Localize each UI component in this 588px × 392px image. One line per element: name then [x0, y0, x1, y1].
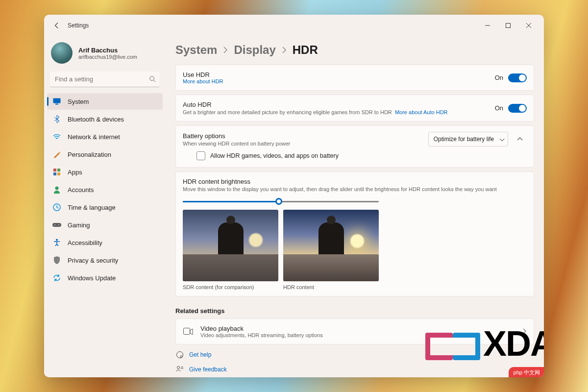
- sidebar-item-accounts[interactable]: Accounts: [47, 181, 163, 198]
- get-help-row: Get help: [175, 350, 534, 359]
- give-feedback-row: Give feedback: [175, 365, 534, 374]
- sidebar-item-label: System: [68, 98, 89, 105]
- slider-fill: [183, 201, 279, 202]
- sidebar-item-apps[interactable]: Apps: [47, 164, 163, 180]
- battery-select[interactable]: Optimize for battery life: [428, 132, 508, 147]
- avatar: [51, 42, 73, 64]
- privacy-icon: [52, 255, 62, 265]
- sidebar-item-personalization[interactable]: Personalization: [47, 146, 163, 163]
- sdr-preview: SDR content (for comparison): [183, 210, 278, 290]
- app-name: Settings: [68, 22, 89, 29]
- use-hdr-switch[interactable]: [508, 74, 527, 82]
- profile-block[interactable]: Arif Bacchus arifbacchus19@live.com: [44, 39, 166, 72]
- auto-hdr-card: Auto HDR Get a brighter and more detaile…: [175, 95, 534, 122]
- use-hdr-state: On: [495, 74, 503, 81]
- battery-collapse-button[interactable]: [513, 132, 527, 146]
- hdr-preview-image: [283, 210, 379, 281]
- maximize-button[interactable]: [498, 18, 518, 33]
- time-icon: [52, 202, 62, 212]
- sidebar-item-network[interactable]: Network & internet: [47, 128, 163, 145]
- video-playback-item[interactable]: Video playback Video adjustments, HDR st…: [175, 318, 534, 344]
- main-panel[interactable]: System Display HDR Use HDR More about HD…: [166, 36, 544, 377]
- auto-hdr-link[interactable]: More about Auto HDR: [395, 109, 448, 115]
- sidebar-item-system[interactable]: System: [47, 93, 163, 110]
- chevron-up-icon: [517, 136, 523, 142]
- sidebar-item-label: Network & internet: [68, 133, 120, 141]
- video-playback-title: Video playback: [200, 325, 323, 332]
- battery-sub: When viewing HDR content on battery powe…: [183, 141, 428, 147]
- svg-rect-5: [57, 169, 60, 172]
- video-playback-sub: Video adjustments, HDR streaming, batter…: [200, 332, 323, 338]
- window-controls: [477, 18, 539, 33]
- profile-email: arifbacchus19@live.com: [78, 54, 137, 60]
- sidebar-item-label: Bluetooth & devices: [68, 116, 124, 123]
- video-icon: [183, 326, 194, 337]
- battery-checkbox[interactable]: [196, 151, 205, 160]
- get-help-link[interactable]: Get help: [189, 351, 211, 358]
- svg-rect-10: [52, 223, 61, 227]
- svg-point-11: [54, 224, 55, 225]
- settings-window: Settings Arif Bacchus arifbacchus19@live…: [44, 15, 544, 377]
- content-area: Arif Bacchus arifbacchus19@live.com Syst…: [44, 36, 544, 377]
- help-icon: [175, 350, 184, 359]
- hdr-preview: HDR content: [283, 210, 379, 290]
- chevron-right-icon: [523, 327, 527, 336]
- sidebar-item-label: Accounts: [68, 186, 94, 194]
- battery-check-label: Allow HDR games, videos, and apps on bat…: [210, 152, 339, 159]
- svg-point-17: [177, 367, 180, 369]
- back-button[interactable]: [50, 19, 64, 32]
- use-hdr-card: Use HDR More about HDR On: [175, 65, 534, 91]
- battery-select-value: Optimize for battery life: [434, 136, 494, 143]
- sidebar-item-update[interactable]: Windows Update: [47, 270, 163, 286]
- titlebar: Settings: [44, 15, 544, 36]
- sidebar-item-label: Time & language: [68, 204, 116, 211]
- battery-title: Battery options: [183, 132, 428, 140]
- nav-list: SystemBluetooth & devicesNetwork & inter…: [44, 93, 166, 286]
- feedback-icon: [175, 365, 184, 374]
- auto-hdr-switch[interactable]: [508, 104, 527, 113]
- preview-row: SDR content (for comparison) HDR content: [183, 210, 527, 290]
- minimize-button[interactable]: [477, 18, 498, 33]
- accounts-icon: [52, 185, 62, 195]
- sidebar-item-label: Gaming: [68, 221, 90, 229]
- chevron-right-icon: [223, 47, 228, 53]
- slider-thumb[interactable]: [275, 198, 282, 205]
- network-icon: [52, 132, 62, 142]
- sidebar-item-label: Windows Update: [68, 274, 116, 282]
- svg-rect-7: [57, 172, 60, 175]
- use-hdr-link[interactable]: More about HDR: [183, 78, 495, 84]
- give-feedback-link[interactable]: Give feedback: [189, 366, 227, 373]
- breadcrumb-display[interactable]: Display: [234, 43, 275, 57]
- svg-point-13: [56, 239, 58, 241]
- gaming-icon: [52, 220, 62, 230]
- search-icon: [149, 75, 156, 84]
- auto-hdr-title: Auto HDR: [183, 101, 495, 108]
- sdr-caption: SDR content (for comparison): [183, 284, 278, 290]
- svg-point-8: [55, 187, 59, 190]
- search-input[interactable]: [50, 72, 160, 87]
- svg-point-12: [58, 224, 59, 225]
- brightness-card: HDR content brightness Move this window …: [175, 172, 534, 296]
- battery-options-card: Battery options When viewing HDR content…: [175, 125, 534, 168]
- use-hdr-title: Use HDR: [183, 71, 495, 78]
- close-icon: [526, 23, 531, 28]
- brightness-slider[interactable]: [183, 197, 379, 206]
- personalization-icon: [52, 149, 62, 159]
- svg-rect-2: [53, 98, 61, 103]
- sidebar-item-label: Privacy & security: [68, 257, 118, 264]
- breadcrumb-system[interactable]: System: [175, 43, 217, 57]
- accessibility-icon: [52, 238, 62, 247]
- sidebar: Arif Bacchus arifbacchus19@live.com Syst…: [44, 36, 166, 377]
- svg-rect-6: [53, 172, 56, 175]
- close-button[interactable]: [518, 18, 539, 33]
- profile-name: Arif Bacchus: [78, 47, 137, 54]
- sidebar-item-accessibility[interactable]: Accessibility: [47, 234, 163, 251]
- sidebar-item-time[interactable]: Time & language: [47, 199, 163, 216]
- sidebar-item-privacy[interactable]: Privacy & security: [47, 252, 163, 269]
- sidebar-item-bluetooth[interactable]: Bluetooth & devices: [47, 111, 163, 127]
- svg-point-1: [150, 76, 154, 81]
- sidebar-item-label: Apps: [68, 169, 82, 176]
- breadcrumb: System Display HDR: [175, 43, 534, 57]
- sidebar-item-gaming[interactable]: Gaming: [47, 217, 163, 233]
- auto-hdr-sub: Get a brighter and more detailed picture…: [183, 109, 495, 115]
